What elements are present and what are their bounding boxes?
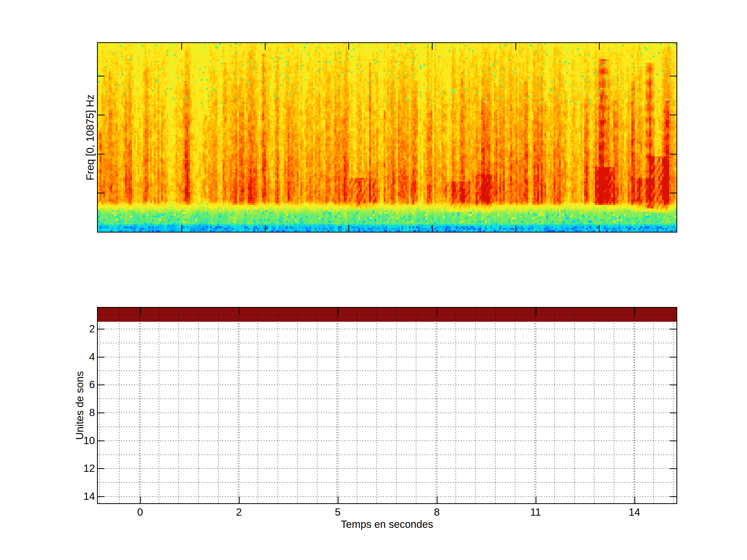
figure: Freq [0, 10875] Hz Unites de sons Temps … [0, 0, 747, 560]
x-tick-label: 8 [434, 506, 440, 518]
minor-gridline-v [337, 308, 337, 503]
classification-xlabel: Temps en secondes [341, 518, 433, 530]
spec-xtick-bottom [515, 225, 516, 232]
spec-xtick-top [348, 43, 349, 50]
cls-xtick-top [239, 308, 240, 315]
cls-ytick-left [98, 357, 105, 357]
classification-plot-area [98, 308, 676, 503]
y-tick-label: 2 [89, 323, 95, 335]
minor-gridline-v [436, 308, 436, 503]
cls-xtick-top [338, 308, 338, 315]
cls-ytick-right [670, 441, 676, 441]
minor-gridline-v [99, 308, 100, 503]
spec-ytick-left [98, 193, 105, 193]
cls-xtick-bottom [635, 497, 635, 503]
major-gridline-h [98, 357, 676, 357]
spec-ytick-right [670, 154, 676, 155]
major-gridline-v [239, 308, 239, 503]
minor-gridline-v [119, 308, 120, 503]
spec-xtick-top [599, 43, 600, 50]
minor-gridline-v [574, 308, 575, 503]
minor-gridline-v [238, 308, 238, 503]
minor-gridline-v [198, 308, 199, 503]
cls-ytick-right [670, 357, 676, 357]
cls-xtick-top [635, 308, 635, 315]
spectrogram-ylabel: Freq [0, 10875] Hz [84, 95, 96, 180]
minor-gridline-v [278, 308, 278, 503]
cls-ytick-left [98, 412, 105, 413]
minor-gridline-v [456, 308, 456, 503]
spec-xtick-bottom [599, 225, 600, 232]
y-tick-label: 10 [83, 435, 95, 447]
minor-gridline-v [357, 308, 357, 503]
spec-xtick-top [181, 43, 182, 50]
cls-ytick-left [98, 441, 105, 441]
minor-gridline-v [515, 308, 515, 503]
minor-gridline-v [317, 308, 317, 503]
cls-ytick-left [98, 329, 105, 329]
minor-gridline-v [416, 308, 416, 503]
y-tick-label: 12 [83, 462, 95, 474]
spec-xtick-top [432, 43, 433, 50]
minor-gridline-h [98, 315, 676, 315]
cls-ytick-left [98, 384, 105, 385]
major-gridline-h [98, 412, 676, 413]
spec-ytick-left [98, 76, 105, 77]
cls-xtick-bottom [140, 497, 141, 503]
spec-xtick-bottom [265, 225, 265, 232]
major-gridline-h [98, 468, 676, 469]
minor-gridline-v [554, 308, 555, 503]
spec-ytick-right [670, 114, 676, 115]
major-gridline-v [536, 308, 536, 503]
major-gridline-h [98, 329, 676, 329]
minor-gridline-v [258, 308, 258, 503]
minor-gridline-v [159, 308, 159, 503]
x-tick-label: 0 [137, 506, 143, 518]
minor-gridline-v [594, 308, 594, 503]
major-gridline-v [140, 308, 140, 503]
minor-gridline-h [98, 343, 676, 343]
spec-xtick-bottom [181, 225, 182, 232]
cls-xtick-bottom [239, 497, 240, 503]
y-tick-label: 14 [83, 490, 95, 502]
y-tick-label: 6 [89, 379, 95, 391]
x-tick-label: 11 [530, 506, 541, 518]
cls-ytick-right [670, 412, 676, 413]
spec-ytick-right [670, 76, 676, 77]
minor-gridline-v [475, 308, 476, 503]
spec-ytick-left [98, 114, 105, 115]
major-gridline-v [338, 308, 338, 503]
minor-gridline-v [218, 308, 218, 503]
y-tick-label: 8 [89, 407, 95, 419]
minor-gridline-h [98, 482, 676, 483]
x-tick-label: 2 [236, 506, 242, 518]
x-tick-label: 14 [629, 506, 640, 518]
major-gridline-v [437, 308, 437, 503]
cls-ytick-right [670, 496, 676, 497]
major-gridline-h [98, 384, 676, 385]
spectrogram-plot-area [98, 43, 676, 232]
minor-gridline-v [139, 308, 139, 503]
minor-gridline-v [673, 308, 674, 503]
minor-gridline-v [634, 308, 634, 503]
minor-gridline-v [178, 308, 179, 503]
x-tick-label: 5 [335, 506, 340, 518]
minor-gridline-v [653, 308, 654, 503]
classification-ylabel: Unites de sons [74, 371, 85, 440]
spectrogram-axes [97, 42, 677, 233]
y-tick-label: 4 [89, 351, 95, 363]
spec-ytick-left [98, 154, 105, 155]
spec-xtick-bottom [432, 225, 433, 232]
cls-xtick-top [140, 308, 141, 315]
minor-gridline-v [495, 308, 496, 503]
classification-axes [97, 307, 677, 504]
minor-gridline-h [98, 454, 676, 455]
major-gridline-h [98, 441, 676, 441]
major-gridline-v [635, 308, 635, 503]
cls-ytick-left [98, 496, 105, 497]
spec-xtick-top [515, 43, 516, 50]
cls-ytick-right [670, 329, 676, 329]
minor-gridline-h [98, 426, 676, 427]
minor-gridline-v [614, 308, 614, 503]
cls-xtick-top [437, 308, 438, 315]
